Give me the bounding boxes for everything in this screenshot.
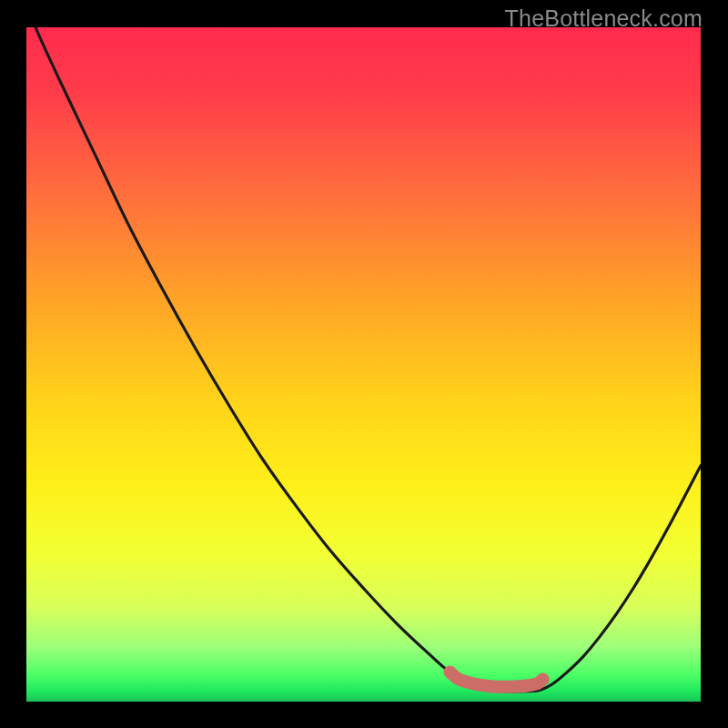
optimal-range-marker — [26, 27, 701, 702]
chart-container: TheBottleneck.com — [0, 0, 728, 728]
plot-area — [26, 27, 701, 702]
